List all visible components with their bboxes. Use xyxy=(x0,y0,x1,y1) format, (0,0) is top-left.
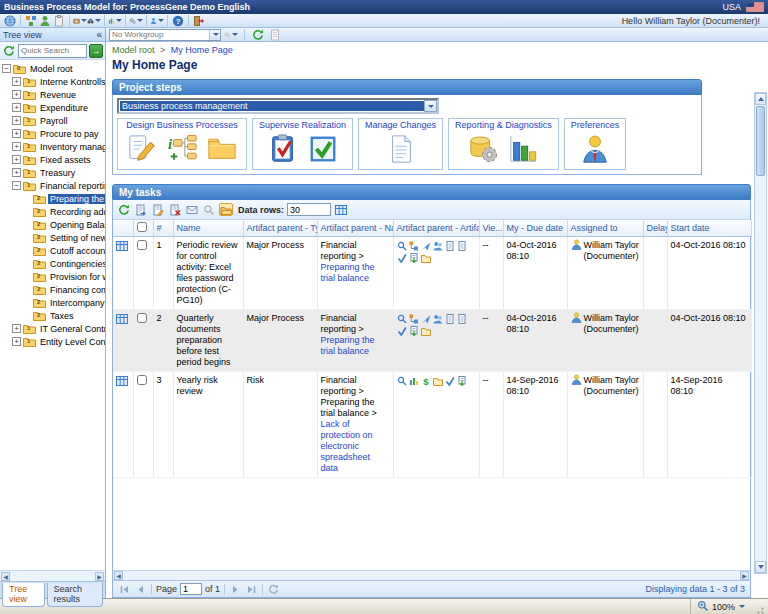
tree-item[interactable]: 2Financing components xyxy=(0,283,105,296)
tree-item-label[interactable]: Interne Kontrollsysteme xyxy=(38,77,105,87)
resize-grip[interactable] xyxy=(753,601,765,613)
quick-search-input[interactable] xyxy=(18,44,87,58)
tree-item[interactable]: +1Revenue xyxy=(0,88,105,101)
chevron-down-icon[interactable] xyxy=(137,19,143,22)
mini-flow-icon[interactable] xyxy=(409,313,420,324)
tree-item[interactable]: +1Entity Level Controls xyxy=(0,335,105,348)
mini-doc-icon[interactable] xyxy=(457,313,468,324)
grid-icon[interactable] xyxy=(334,203,348,216)
step-db-gear-icon[interactable] xyxy=(467,133,499,165)
open-task-icon[interactable] xyxy=(116,313,128,325)
zoom-control[interactable]: 100% xyxy=(690,599,751,614)
doc-edit-icon[interactable] xyxy=(151,203,165,216)
col-vie-[interactable]: Vie... xyxy=(479,220,503,237)
parent-link[interactable]: Preparing the trial balance xyxy=(321,262,375,283)
workgroup-select[interactable]: No Workgroup xyxy=(109,29,221,41)
main-vscrollbar[interactable] xyxy=(754,92,767,574)
mini-bars-icon[interactable] xyxy=(409,375,420,386)
tree-item[interactable]: +1Fixed assets xyxy=(0,153,105,166)
search-gray-icon[interactable] xyxy=(202,203,216,216)
col-delay-[interactable]: Delay ... xyxy=(643,220,667,237)
tree-item-label[interactable]: Payroll xyxy=(38,116,70,126)
mini-docgreen-icon[interactable] xyxy=(409,325,420,336)
tree-hscrollbar[interactable]: ◀ ▶ xyxy=(0,570,105,581)
col-start-date[interactable]: Start date xyxy=(667,220,751,237)
scroll-up-icon[interactable] xyxy=(755,93,766,105)
mini-doc-icon[interactable] xyxy=(445,240,456,251)
mini-dollar-icon[interactable]: $ xyxy=(421,375,432,386)
tree-item-label[interactable]: Entity Level Controls xyxy=(38,337,105,347)
tree-item[interactable]: 2Cutoff accounts xyxy=(0,244,105,257)
scroll-right-icon[interactable]: ▶ xyxy=(95,572,104,581)
scroll-left-icon[interactable]: ◀ xyxy=(1,572,10,581)
tree-item-label[interactable]: Financing components xyxy=(48,285,105,295)
page-gray-icon[interactable] xyxy=(268,28,282,41)
col-my-due-date[interactable]: My - Due date xyxy=(503,220,567,237)
expand-icon[interactable]: + xyxy=(12,116,21,125)
gears-icon[interactable] xyxy=(129,14,143,27)
row-checkbox[interactable] xyxy=(137,313,147,323)
step-doc-icon[interactable] xyxy=(385,133,417,165)
expand-icon[interactable]: + xyxy=(12,103,21,112)
col-#[interactable]: # xyxy=(153,220,173,237)
tree-item[interactable]: 2Preparing the trial balance xyxy=(0,192,105,205)
scroll-down-icon[interactable] xyxy=(755,561,766,573)
mini-docgreen-icon[interactable] xyxy=(457,375,468,386)
mini-users-icon[interactable] xyxy=(433,313,444,324)
next-page-icon[interactable] xyxy=(229,583,242,596)
chart-icon[interactable] xyxy=(108,14,122,27)
tree-item[interactable]: +1Expenditure xyxy=(0,101,105,114)
tree-item-label[interactable]: Model root xyxy=(28,64,75,74)
parent-link[interactable]: Lack of protection on electronic spreads… xyxy=(321,419,373,473)
refresh-icon[interactable] xyxy=(2,44,16,57)
folder-open-icon[interactable] xyxy=(219,203,233,216)
parent-link[interactable]: Preparing the trial balance xyxy=(321,335,375,356)
mini-search-icon[interactable] xyxy=(397,240,408,251)
chevron-down-icon[interactable] xyxy=(424,100,437,112)
tree-item-label[interactable]: Opening Balances xyxy=(48,220,105,230)
tree-item-label[interactable]: Expenditure xyxy=(38,103,90,113)
chevron-down-icon[interactable] xyxy=(232,33,238,36)
chevron-down-icon[interactable] xyxy=(95,19,101,22)
mini-folder-icon[interactable] xyxy=(421,325,432,336)
mini-check-icon[interactable] xyxy=(397,252,408,263)
col-artifact-parent-artifacts[interactable]: Artifact parent - Artifacts xyxy=(393,220,479,237)
chevron-down-icon[interactable] xyxy=(158,19,164,22)
tasks-hscrollbar[interactable]: ◀ ▶ xyxy=(113,570,750,580)
tree-item-label[interactable]: Cutoff accounts xyxy=(48,246,105,256)
breadcrumb-root-link[interactable]: Model root xyxy=(112,45,155,55)
mini-search-icon[interactable] xyxy=(397,313,408,324)
mini-folder-icon[interactable] xyxy=(433,375,444,386)
tree-item[interactable]: 2Opening Balances xyxy=(0,218,105,231)
tree-item-label[interactable]: Procure to pay xyxy=(38,129,101,139)
step-group-label[interactable]: Reporting & Diagnostics xyxy=(453,120,554,132)
tree-item[interactable]: +1Inventory management xyxy=(0,140,105,153)
org-icon[interactable] xyxy=(24,14,38,27)
refresh-icon[interactable] xyxy=(117,203,131,216)
binoculars-icon[interactable] xyxy=(87,14,101,27)
tree-item[interactable]: −1Financial reporting xyxy=(0,179,105,192)
chevron-down-icon[interactable] xyxy=(209,30,220,40)
first-page-icon[interactable] xyxy=(118,583,131,596)
export-icon[interactable] xyxy=(73,14,87,27)
expand-icon[interactable]: + xyxy=(12,155,21,164)
step-green-check-icon[interactable] xyxy=(307,133,339,165)
mini-check-icon[interactable] xyxy=(397,325,408,336)
process-dropdown[interactable]: Business process management xyxy=(117,98,439,114)
usa-flag-icon[interactable] xyxy=(746,2,764,12)
scrollbar-thumb[interactable] xyxy=(756,106,765,176)
chevron-down-icon[interactable] xyxy=(116,19,122,22)
tree-item-label[interactable]: Fixed assets xyxy=(38,155,93,165)
tree-item[interactable]: 2Setting of new accounts xyxy=(0,231,105,244)
doc-accept-icon[interactable] xyxy=(134,203,148,216)
tree-item-label[interactable]: Financial reporting xyxy=(38,181,105,191)
row-checkbox[interactable] xyxy=(137,375,147,385)
step-bar-chart-icon[interactable] xyxy=(507,133,539,165)
user-green-icon[interactable] xyxy=(38,14,52,27)
tree-item[interactable]: −0Model root xyxy=(0,62,105,75)
expand-icon[interactable]: + xyxy=(12,77,21,86)
tree-item-label[interactable]: Inventory management xyxy=(38,142,105,152)
tree-item-label[interactable]: Contingencies xyxy=(48,259,105,269)
step-group-label[interactable]: Design Business Processes xyxy=(122,120,242,132)
mini-users-icon[interactable] xyxy=(433,240,444,251)
